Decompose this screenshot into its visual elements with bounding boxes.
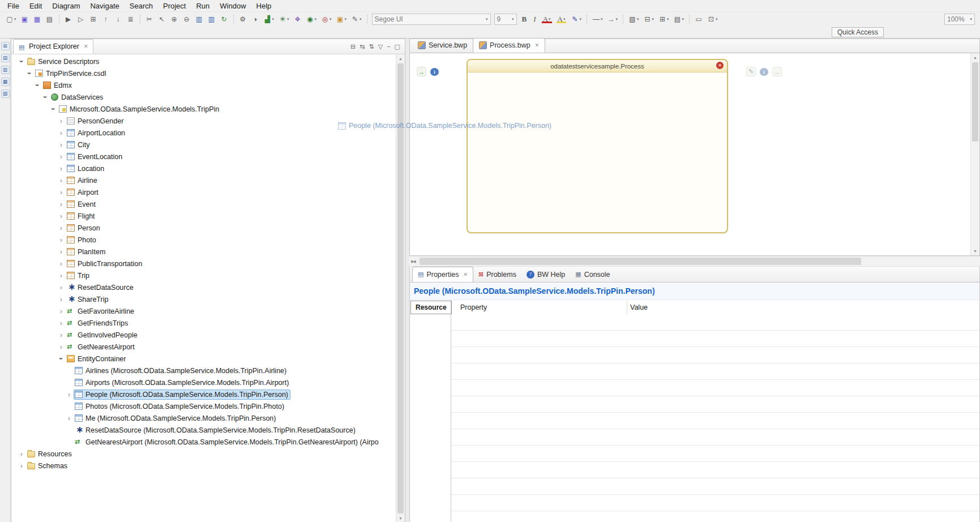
tree-item-service-descriptors[interactable]: ›Service Descriptors xyxy=(11,55,396,67)
tree-item-me-microsoft-odata-sampleservice-models-trippin-[interactable]: ›Me (Microsoft.OData.SampleService.Model… xyxy=(11,412,396,424)
bold-button[interactable]: B xyxy=(519,15,530,24)
validate-icon[interactable]: → xyxy=(417,67,426,76)
minimize-icon[interactable]: − xyxy=(387,42,390,50)
tree-item-airportlocation[interactable]: ›AirportLocation xyxy=(11,127,396,139)
tree-expander[interactable]: › xyxy=(17,450,26,458)
scroll-right-icon[interactable] xyxy=(409,256,416,266)
settings-icon[interactable]: ⚙ xyxy=(237,14,249,24)
run-icon[interactable]: ▶ xyxy=(63,14,74,24)
tree-item-getnearestairport-microsoft-odata-sampleservice-[interactable]: GetNearestAirport (Microsoft.OData.Sampl… xyxy=(11,436,396,448)
tree-expander[interactable]: › xyxy=(57,164,66,173)
appearance-icon[interactable]: ▧▾ xyxy=(627,14,641,24)
canvas-vertical-scrollbar[interactable] xyxy=(970,53,979,255)
tree-item-sharetrip[interactable]: ›ShareTrip xyxy=(11,293,396,305)
tree-expander[interactable]: › xyxy=(57,117,66,125)
move-up-icon[interactable]: ↑ xyxy=(100,14,112,24)
new-icon[interactable]: ▢▾ xyxy=(4,14,18,24)
tree-scrollbar[interactable] xyxy=(396,54,405,522)
close-process-icon[interactable] xyxy=(716,62,724,69)
save-all-icon[interactable]: ▦ xyxy=(32,14,43,24)
process-box-header[interactable]: odatatestservicesample.Process xyxy=(468,60,727,72)
tree-item-microsoft-odata-sampleservice-models-trippin[interactable]: ›Microsoft.OData.SampleService.Models.Tr… xyxy=(11,103,396,115)
save-icon[interactable]: ▣ xyxy=(19,14,31,24)
tree-expander[interactable]: › xyxy=(57,224,66,232)
view-menu-icon[interactable]: ▽ xyxy=(378,42,383,50)
open-resource-icon[interactable]: ▣▾ xyxy=(335,14,349,24)
zoom-combo[interactable]: 100%▾ xyxy=(944,14,975,25)
tab-project-explorer[interactable]: Project Explorer ✕ xyxy=(13,39,93,54)
tree-item-event[interactable]: ›Event xyxy=(11,198,396,210)
tab-console[interactable]: ▦Console xyxy=(570,267,615,282)
scroll-thumb[interactable] xyxy=(972,62,978,142)
tree-expander[interactable]: › xyxy=(57,295,66,303)
tree-expander[interactable]: › xyxy=(65,390,74,399)
tree-expander[interactable]: › xyxy=(57,283,66,292)
line-color-icon[interactable]: ✎▾ xyxy=(569,14,583,24)
font-name-combo[interactable]: Segoe UI▾ xyxy=(372,14,491,25)
zoom-in-icon[interactable]: ⊕ xyxy=(169,14,180,24)
scroll-thumb[interactable] xyxy=(397,63,404,514)
scroll-down-icon[interactable] xyxy=(396,514,405,522)
menu-search[interactable]: Search xyxy=(125,1,158,11)
tree-item-airports-microsoft-odata-sampleservice-models-tr[interactable]: Airports (Microsoft.OData.SampleService.… xyxy=(11,376,396,388)
process-box-body[interactable] xyxy=(468,72,727,232)
tree-item-trippinservice-csdl[interactable]: ›TripPinService.csdl xyxy=(11,67,396,79)
font-color-button[interactable]: A▾ xyxy=(540,15,554,24)
tree-expander[interactable]: › xyxy=(57,212,66,220)
tree-item-dataservices[interactable]: ›DataServices xyxy=(11,91,396,103)
tree-expander[interactable]: › xyxy=(57,354,66,363)
pointer-icon[interactable]: ↖ xyxy=(156,14,168,24)
favorites-icon[interactable]: ✳▾ xyxy=(277,14,291,24)
tree-item-resetdatasource[interactable]: ›ResetDataSource xyxy=(11,281,396,293)
tree-item-resetdatasource-microsoft-odata-sampleservice-mo[interactable]: ResetDataSource (Microsoft.OData.SampleS… xyxy=(11,424,396,436)
debug-config-icon[interactable]: ◎▾ xyxy=(319,14,333,24)
tab-properties[interactable]: ▤Properties✕ xyxy=(412,267,473,282)
tree-expander[interactable]: › xyxy=(57,271,66,280)
module-browser-icon[interactable]: ▥ xyxy=(206,14,217,24)
menu-window[interactable]: Window xyxy=(215,1,251,11)
column-header-property[interactable]: Property xyxy=(451,303,627,311)
tab-process-bwp[interactable]: Process.bwp✕ xyxy=(473,38,545,53)
tree-item-airline[interactable]: ›Airline xyxy=(11,174,396,186)
outline-box-icon[interactable]: ▭ xyxy=(693,14,704,24)
tree-expander[interactable]: › xyxy=(49,105,58,114)
maximize-icon[interactable]: ▢ xyxy=(395,42,400,50)
focus-icon[interactable]: ⇅ xyxy=(369,42,374,50)
tree-item-planitem[interactable]: ›PlanItem xyxy=(11,246,396,258)
tree-expander[interactable]: › xyxy=(57,140,66,149)
move-down-icon[interactable]: ↓ xyxy=(113,14,124,24)
tree-expander[interactable]: › xyxy=(25,69,34,78)
tree-expander[interactable]: › xyxy=(57,129,66,137)
tree-item-photos-microsoft-odata-sampleservice-models-trip[interactable]: Photos (Microsoft.OData.SampleService.Mo… xyxy=(11,400,396,412)
tree-expander[interactable]: › xyxy=(57,331,66,339)
palette-view-icon[interactable]: ▤ xyxy=(1,54,10,62)
refresh-icon[interactable]: ↻ xyxy=(219,14,230,24)
link-with-editor-icon[interactable]: ⇆ xyxy=(360,42,365,50)
order-icon[interactable]: ▤▾ xyxy=(672,14,686,24)
annotation-icon[interactable]: ✎▾ xyxy=(349,14,363,24)
print-icon[interactable]: ▤ xyxy=(44,14,55,24)
restore-views-icon[interactable]: ⊞ xyxy=(1,42,10,50)
tree-expander[interactable]: › xyxy=(57,307,66,315)
tree-item-location[interactable]: ›Location xyxy=(11,162,396,174)
tree-expander[interactable]: › xyxy=(57,176,66,185)
tree-expander[interactable]: › xyxy=(57,188,66,196)
scroll-thumb[interactable] xyxy=(420,258,861,265)
tree-expander[interactable]: › xyxy=(57,200,66,208)
tree-item-eventlocation[interactable]: ›EventLocation xyxy=(11,151,396,162)
tree-expander[interactable]: › xyxy=(57,152,66,161)
tree-expander[interactable]: › xyxy=(17,461,26,470)
guides-icon[interactable]: ≣ xyxy=(125,14,136,24)
history-icon[interactable]: ◑ xyxy=(250,14,261,24)
chart-icon[interactable]: ▟▾ xyxy=(262,14,276,24)
tree-expander[interactable]: › xyxy=(33,81,42,90)
modules-view-icon[interactable]: ▦ xyxy=(1,78,10,86)
tree-item-getinvolvedpeople[interactable]: ›GetInvolvedPeople xyxy=(11,329,396,341)
process-box[interactable]: odatatestservicesample.Process xyxy=(467,59,728,233)
line-style-icon[interactable]: —▾ xyxy=(590,14,605,24)
tree-item-city[interactable]: ›City xyxy=(11,139,396,151)
new-process-icon[interactable]: ▷ xyxy=(75,14,87,24)
distribute-icon[interactable]: ⊞▾ xyxy=(657,14,671,24)
tree-item-photo[interactable]: ›Photo xyxy=(11,234,396,246)
outline-view-icon[interactable]: ▥ xyxy=(1,66,10,74)
